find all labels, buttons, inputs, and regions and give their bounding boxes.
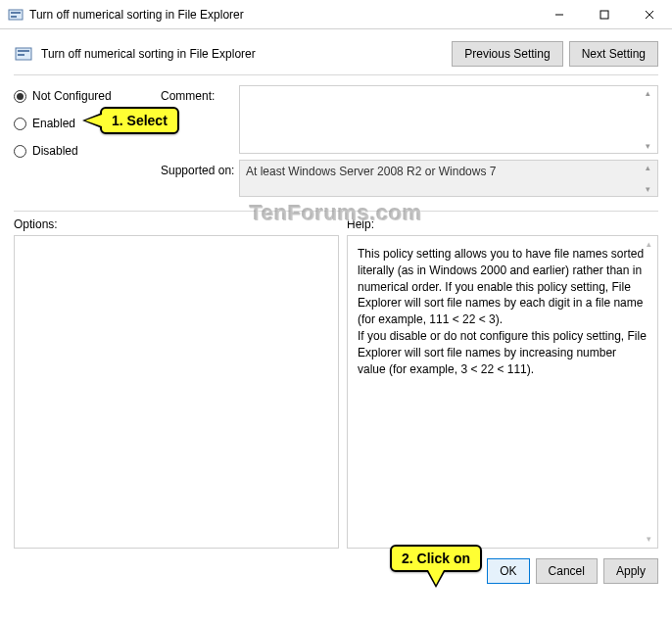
footer: OK Cancel Apply	[0, 549, 672, 594]
cancel-button[interactable]: Cancel	[536, 558, 598, 584]
radio-label: Disabled	[32, 144, 78, 158]
radio-icon	[14, 118, 26, 130]
comment-textarea[interactable]: ▴▾	[239, 85, 658, 154]
svg-rect-4	[600, 11, 608, 19]
radio-disabled[interactable]: Disabled	[14, 144, 161, 158]
options-pane	[14, 235, 339, 549]
maximize-button[interactable]	[582, 0, 627, 28]
header-title: Turn off numerical sorting in File Explo…	[41, 47, 452, 61]
supported-on-text: At least Windows Server 2008 R2 or Windo…	[246, 165, 496, 178]
annotation-click: 2. Click on	[390, 545, 482, 572]
radio-not-configured[interactable]: Not Configured	[14, 89, 161, 103]
scrollbar[interactable]: ▴▾	[640, 163, 655, 194]
titlebar-title: Turn off numerical sorting in File Explo…	[29, 8, 537, 22]
help-pane: This policy setting allows you to have f…	[347, 235, 658, 549]
divider	[14, 211, 658, 212]
help-label: Help:	[347, 217, 374, 231]
options-label: Options:	[14, 217, 347, 231]
radio-label: Not Configured	[32, 89, 112, 103]
radio-label: Enabled	[32, 117, 75, 130]
previous-setting-button[interactable]: Previous Setting	[452, 41, 562, 67]
next-setting-button[interactable]: Next Setting	[569, 41, 658, 67]
svg-rect-8	[18, 50, 29, 52]
radio-icon	[14, 90, 26, 103]
supported-label: Supported on:	[161, 160, 239, 197]
svg-rect-0	[9, 10, 23, 20]
svg-rect-9	[18, 54, 24, 56]
supported-on-box: At least Windows Server 2008 R2 or Windo…	[239, 160, 658, 197]
scrollbar[interactable]: ▴▾	[642, 238, 655, 546]
divider	[14, 74, 658, 75]
policy-icon	[8, 7, 24, 23]
apply-button[interactable]: Apply	[603, 558, 658, 584]
scrollbar[interactable]: ▴▾	[640, 88, 655, 151]
titlebar: Turn off numerical sorting in File Explo…	[0, 0, 672, 29]
help-text: This policy setting allows you to have f…	[358, 246, 648, 377]
svg-rect-2	[11, 16, 17, 18]
minimize-button[interactable]	[537, 0, 582, 28]
radio-icon	[14, 145, 26, 158]
annotation-select: 1. Select	[100, 107, 179, 134]
header-row: Turn off numerical sorting in File Explo…	[14, 41, 658, 67]
window-buttons	[537, 0, 672, 28]
policy-header-icon	[14, 44, 33, 64]
ok-button[interactable]: OK	[487, 558, 529, 584]
close-button[interactable]	[627, 0, 672, 28]
svg-rect-1	[11, 12, 21, 14]
